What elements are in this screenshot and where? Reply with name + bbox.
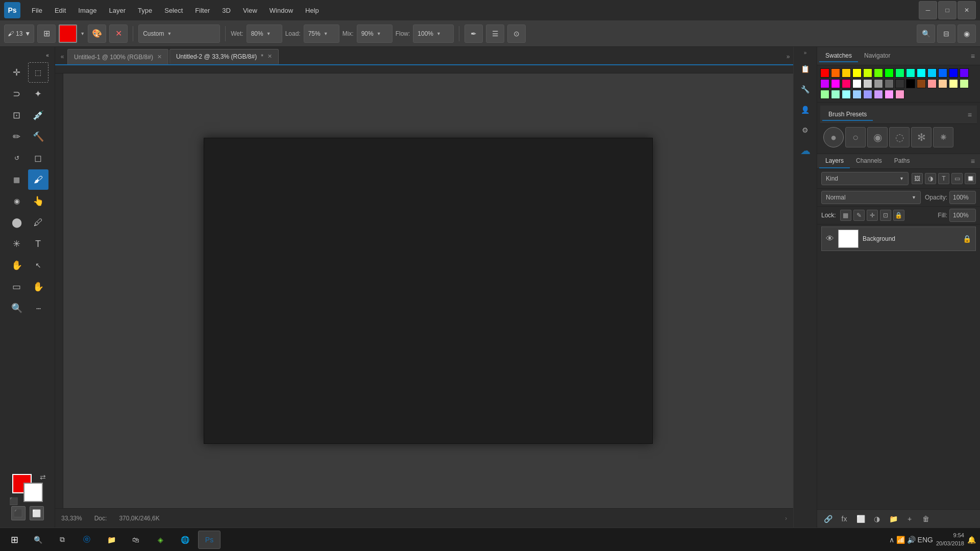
brush-preset-item[interactable]: ◌ [889,127,910,147]
collapse-toolbar-btn[interactable]: « [42,50,53,60]
tab-untitled-2[interactable]: Untitled-2 @ 33,3% (RGB/8#) * ✕ [169,49,279,64]
right-collapse-btn[interactable]: » [804,50,807,56]
tab-channels[interactable]: Channels [850,154,888,168]
brush-presets-tab[interactable]: Brush Presets [822,109,873,121]
swatch-item[interactable] [852,90,862,99]
swatch-item[interactable] [895,79,904,88]
swatch-item[interactable] [906,79,915,88]
layer-mask-btn[interactable]: ⬜ [854,512,867,525]
filter-type-icon[interactable]: T [938,173,949,184]
stylus-pressure-btn[interactable]: ✒ [464,24,483,43]
flow-dropdown[interactable]: 100% ▼ [413,24,454,43]
group-layers-btn[interactable]: 📁 [887,512,900,525]
pen-tool[interactable]: 🖊 [28,212,48,233]
taskbar-task-view[interactable]: ⧉ [51,531,74,549]
color-picker-btn[interactable] [59,24,77,43]
swatch-item[interactable] [842,68,851,78]
select-tool[interactable]: ⬚ [28,62,48,83]
hand-tool[interactable]: ✋ [28,277,48,297]
taskbar-mint[interactable]: ◈ [149,531,172,549]
menu-image[interactable]: Image [73,5,102,16]
zoom-tool[interactable]: 🔍 [7,298,27,318]
brush-preset-item[interactable]: ◉ [867,127,888,147]
swatch-item[interactable] [863,68,872,78]
menu-help[interactable]: Help [300,5,324,16]
swatch-item[interactable] [927,68,937,78]
swatch-item[interactable] [960,68,969,78]
taskbar-explorer[interactable]: 📁 [100,531,122,549]
new-layer-btn[interactable]: + [903,512,916,525]
swatch-item[interactable] [949,79,958,88]
swatch-item[interactable] [874,79,883,88]
fill-value[interactable]: 100% [949,209,976,222]
swatch-item[interactable] [820,68,829,78]
switch-colors-btn[interactable]: ⇄ [40,473,46,481]
swatches-panel-menu[interactable]: ≡ [968,52,978,60]
taskbar-network-icon[interactable]: 📶 [896,536,905,544]
brush-preset-item[interactable]: ○ [845,127,866,147]
opacity-value[interactable]: 100% [949,191,976,204]
menu-select[interactable]: Select [159,5,188,16]
kind-dropdown[interactable]: Kind ▼ [821,172,909,185]
taskbar-search[interactable]: 🔍 [27,531,49,549]
menu-type[interactable]: Type [133,5,157,16]
eraser-tool[interactable]: ◻ [28,148,48,168]
direct-selection-tool[interactable]: ↖ [28,255,48,276]
minimize-button[interactable]: ─ [919,1,937,19]
taskbar-store[interactable]: 🛍 [125,531,147,549]
pattern-tool[interactable]: ✳ [7,234,27,254]
brush-preset-item[interactable]: ● [823,127,844,147]
path-selection-tool[interactable]: ✋ [7,255,27,276]
gradient-tool[interactable]: ▦ [7,169,27,190]
swatch-item[interactable] [852,79,862,88]
filter-pixel-icon[interactable]: 🖼 [912,173,923,184]
taskbar-volume-icon[interactable]: 🔊 [907,536,916,544]
layer-style-btn[interactable]: fx [838,512,851,525]
lock-move-btn[interactable]: ✛ [867,210,878,221]
swatch-item[interactable] [831,68,840,78]
swatch-item[interactable] [863,90,872,99]
lasso-tool[interactable]: ⊃ [7,84,27,104]
change-screen-mode-btn[interactable]: ⬜ [30,506,44,520]
lock-all-btn[interactable]: 🔒 [893,210,904,221]
brush-mode-btn[interactable]: ⊞ [37,24,56,43]
brush-preset-item[interactable]: ⁕ [933,127,953,147]
maximize-button[interactable]: □ [938,1,957,19]
mixer-brush-tool[interactable]: 🖌 [28,169,48,190]
swatch-item[interactable] [820,79,829,88]
swatch-item[interactable] [820,90,829,99]
swatch-item[interactable] [895,90,904,99]
search-btn[interactable]: 🔍 [917,24,935,43]
tool-settings-icon[interactable]: ⚙ [796,121,815,139]
swatch-item[interactable] [895,68,904,78]
swatch-item[interactable] [938,68,947,78]
wet-dropdown[interactable]: 80% ▼ [247,24,282,43]
text-tool[interactable]: T [28,234,48,254]
taskbar-chevron-icon[interactable]: ∧ [889,536,894,544]
swatch-item[interactable] [842,90,851,99]
filter-adj-icon[interactable]: ◑ [925,173,936,184]
swatch-item[interactable] [842,79,851,88]
move-tool[interactable]: ✛ [7,62,27,83]
crop-tool[interactable]: ⊡ [7,105,27,126]
swatches-tab[interactable]: Swatches [819,50,858,62]
properties-icon[interactable]: 📋 [796,60,815,78]
edit-in-quick-mask-btn[interactable]: ⬛ [11,506,26,520]
swatch-item[interactable] [852,68,862,78]
reset-colors-btn[interactable]: ⬛ [9,497,18,505]
swatch-item[interactable] [874,68,883,78]
status-expand-btn[interactable]: › [785,515,787,522]
collapse-right-btn[interactable]: » [783,49,793,64]
background-color[interactable] [23,483,43,502]
layer-visibility-icon[interactable]: 👁 [826,234,834,243]
timeline-btn[interactable]: ◉ [958,24,976,43]
swatch-item[interactable] [885,90,894,99]
swatch-item[interactable] [906,68,915,78]
rectangle-tool[interactable]: ▭ [7,277,27,297]
menu-layer[interactable]: Layer [104,5,131,16]
tab-untitled-1[interactable]: Untitled-1 @ 100% (RGB/8#) ✕ [67,49,168,64]
swatch-item[interactable] [960,79,969,88]
preset-dropdown[interactable]: Custom ▼ [138,24,220,43]
lock-position-btn[interactable]: ✎ [853,210,865,221]
brush-pencil-tool[interactable]: ✏ [7,127,27,147]
